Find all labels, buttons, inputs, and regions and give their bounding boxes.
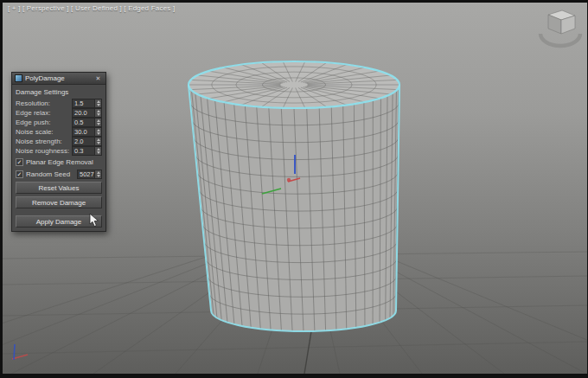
field-label: Noise strength:	[16, 138, 62, 145]
random-seed-row: ✓ Random Seed 5027	[12, 169, 105, 179]
field-row-noise-roughness: Noise roughness: 0.3	[12, 146, 105, 155]
checkbox-label: Planar Edge Removal	[26, 158, 93, 166]
resolution-input[interactable]: 1.5	[72, 99, 102, 108]
planar-edge-removal-checkbox[interactable]: ✓	[16, 158, 23, 166]
edge-relax-input[interactable]: 20.0	[72, 108, 102, 118]
random-seed-checkbox[interactable]: ✓	[16, 170, 23, 178]
spinner[interactable]	[94, 119, 101, 126]
spinner[interactable]	[94, 109, 101, 117]
mouse-cursor	[89, 214, 99, 231]
dialog-titlebar[interactable]: PolyDamage ✕	[12, 73, 105, 85]
field-value: 0.3	[73, 147, 94, 155]
edge-push-input[interactable]: 0.5	[72, 118, 102, 127]
remove-damage-button[interactable]: Remove Damage	[16, 196, 102, 208]
noise-scale-input[interactable]: 30.0	[72, 127, 102, 137]
cylinder-object[interactable]	[189, 61, 399, 331]
field-row-noise-scale: Noise scale: 30.0	[12, 127, 105, 136]
field-label: Resolution:	[16, 99, 50, 107]
viewport-3d[interactable]: [ + ] [ Perspective ] [ User Defined ] […	[3, 3, 587, 374]
application-window: [ + ] [ Perspective ] [ User Defined ] […	[0, 0, 588, 378]
spinner[interactable]	[94, 170, 101, 178]
field-value: 5027	[78, 170, 94, 178]
spinner[interactable]	[94, 138, 101, 145]
field-label: Noise scale:	[16, 128, 54, 136]
field-value: 20.0	[73, 109, 94, 117]
noise-roughness-input[interactable]: 0.3	[72, 146, 102, 156]
planar-edge-removal-row: ✓ Planar Edge Removal	[12, 157, 105, 167]
random-seed-input[interactable]: 5027	[77, 170, 102, 179]
noise-strength-input[interactable]: 2.0	[72, 137, 102, 146]
field-value: 2.0	[73, 138, 94, 145]
close-icon[interactable]: ✕	[93, 74, 103, 83]
dialog-title: PolyDamage	[25, 74, 93, 82]
field-row-edge-relax: Edge relax: 20.0	[12, 108, 105, 117]
field-row-edge-push: Edge push: 0.5	[12, 118, 105, 126]
field-row-resolution: Resolution: 1.5	[12, 99, 105, 107]
viewcube[interactable]	[540, 10, 580, 46]
section-title: Damage Settings	[12, 85, 105, 98]
spinner[interactable]	[94, 128, 101, 136]
polydamage-icon	[15, 74, 22, 82]
field-label: Noise roughness:	[16, 147, 69, 155]
checkbox-label: Random Seed	[26, 170, 74, 178]
reset-values-button[interactable]: Reset Values	[16, 182, 102, 194]
world-axis-tripod	[12, 344, 28, 360]
field-value: 30.0	[73, 128, 94, 136]
polydamage-dialog: PolyDamage ✕ Damage Settings Resolution:…	[11, 72, 106, 232]
spinner[interactable]	[94, 147, 101, 155]
field-row-noise-strength: Noise strength: 2.0	[12, 137, 105, 145]
field-label: Edge push:	[16, 119, 50, 126]
viewport-label[interactable]: [ + ] [ Perspective ] [ User Defined ] […	[8, 4, 175, 12]
field-value: 1.5	[73, 99, 94, 107]
field-label: Edge relax:	[16, 109, 50, 117]
field-value: 0.5	[73, 119, 94, 126]
spinner[interactable]	[94, 99, 101, 107]
